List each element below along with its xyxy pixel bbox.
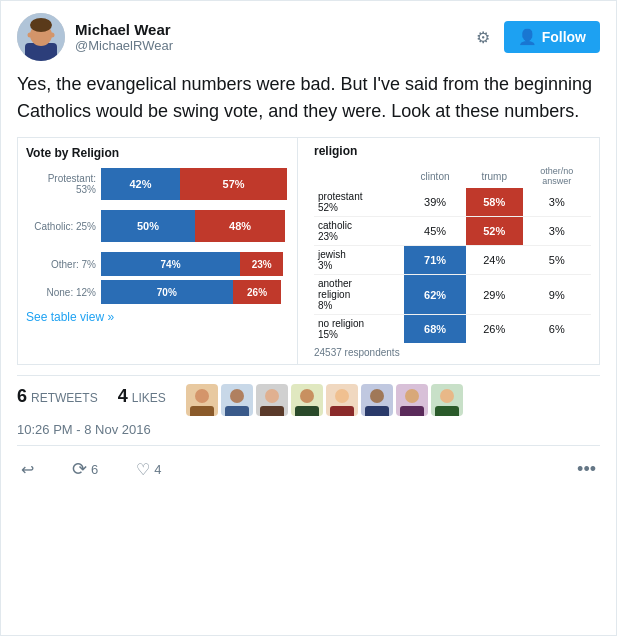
bar-label-catholic: Catholic: 25% <box>26 221 101 232</box>
cell-other: 3% <box>523 188 591 217</box>
mini-avatar[interactable] <box>256 384 288 416</box>
bar-chart-title: Vote by Religion <box>26 146 289 160</box>
bar-segments-none: 70% 26% <box>101 280 289 304</box>
follow-label: Follow <box>542 29 586 45</box>
bar-segments-other: 74% 23% <box>101 252 289 276</box>
bar-row-other: Other: 7% 74% 23% <box>26 252 289 276</box>
cell-trump: 24% <box>466 246 523 275</box>
bar-row-catholic: Catholic: 25% 50% 48% <box>26 210 289 242</box>
cell-trump-highlight: 58% <box>466 188 523 217</box>
bar-red-none: 26% <box>233 280 282 304</box>
bar-red-other: 23% <box>240 252 283 276</box>
col-header-religion <box>314 164 404 188</box>
bar-chart-container: Vote by Religion Protestant: 53% 42% 57%… <box>18 138 298 364</box>
like-action-count: 4 <box>154 462 161 477</box>
table-header-row: clinton trump other/noanswer <box>314 164 591 188</box>
mini-avatar[interactable] <box>361 384 393 416</box>
bar-row-protestant: Protestant: 53% 42% 57% <box>26 168 289 200</box>
retweet-icon: ⟳ <box>72 458 87 480</box>
svg-point-12 <box>300 389 314 403</box>
table-chart-container: religion clinton trump other/noanswer pr… <box>306 138 599 364</box>
avatars-row <box>186 384 463 416</box>
mini-avatar[interactable] <box>221 384 253 416</box>
svg-point-16 <box>370 389 384 403</box>
svg-point-5 <box>50 33 55 38</box>
cell-other: 3% <box>523 217 591 246</box>
svg-rect-13 <box>295 406 319 416</box>
svg-rect-17 <box>365 406 389 416</box>
cell-trump: 26% <box>466 315 523 344</box>
see-table-link[interactable]: See table view » <box>26 310 114 324</box>
table-row: anotherreligion8% 62% 29% 9% <box>314 275 591 315</box>
retweet-action-count: 6 <box>91 462 98 477</box>
tweet-footer: 6 RETWEETS 4 LIKES <box>17 375 600 492</box>
tweet-header: Michael Wear @MichaelRWear ⚙ 👤 Follow <box>17 13 600 61</box>
user-name[interactable]: Michael Wear <box>75 21 173 38</box>
cell-other: 6% <box>523 315 591 344</box>
bar-label: Protestant: 53% <box>26 173 101 195</box>
gear-button[interactable]: ⚙ <box>472 24 494 51</box>
table-chart-title: religion <box>314 144 591 158</box>
col-header-other: other/noanswer <box>523 164 591 188</box>
row-label: anotherreligion8% <box>314 275 404 315</box>
action-row: ↩ ⟳ 6 ♡ 4 ••• <box>17 445 600 492</box>
charts-row: Vote by Religion Protestant: 53% 42% 57%… <box>17 137 600 365</box>
reply-button[interactable]: ↩ <box>17 456 38 483</box>
svg-rect-21 <box>435 406 459 416</box>
table-row: protestant52% 39% 58% 3% <box>314 188 591 217</box>
bar-red-protestant: 57% <box>180 168 287 200</box>
mini-avatar[interactable] <box>326 384 358 416</box>
avatar[interactable] <box>17 13 65 61</box>
table-row: no religion15% 68% 26% 6% <box>314 315 591 344</box>
like-button[interactable]: ♡ 4 <box>132 456 165 483</box>
bar-segments-catholic: 50% 48% <box>101 210 289 242</box>
row-label: jewish3% <box>314 246 404 275</box>
svg-point-4 <box>28 33 33 38</box>
svg-point-20 <box>440 389 454 403</box>
table-row: jewish3% 71% 24% 5% <box>314 246 591 275</box>
user-handle[interactable]: @MichaelRWear <box>75 38 173 53</box>
data-table: clinton trump other/noanswer protestant5… <box>314 164 591 343</box>
more-button[interactable]: ••• <box>573 455 600 484</box>
svg-point-8 <box>230 389 244 403</box>
svg-rect-19 <box>400 406 424 416</box>
cell-clinton: 39% <box>404 188 466 217</box>
svg-rect-15 <box>330 406 354 416</box>
bar-label-none: None: 12% <box>26 287 101 298</box>
person-add-icon: 👤 <box>518 28 537 46</box>
user-details: Michael Wear @MichaelRWear <box>75 21 173 53</box>
bar-blue-catholic: 50% <box>101 210 195 242</box>
retweets-stat: 6 RETWEETS <box>17 386 98 407</box>
bar-blue-other: 74% <box>101 252 240 276</box>
row-label: no religion15% <box>314 315 404 344</box>
mini-avatar[interactable] <box>291 384 323 416</box>
svg-point-14 <box>335 389 349 403</box>
svg-point-6 <box>195 389 209 403</box>
respondents: 24537 respondents <box>314 347 591 358</box>
cell-other: 5% <box>523 246 591 275</box>
cell-clinton-highlight: 71% <box>404 246 466 275</box>
bar-label-other: Other: 7% <box>26 259 101 270</box>
row-label: catholic23% <box>314 217 404 246</box>
mini-avatar[interactable] <box>431 384 463 416</box>
retweets-label: RETWEETS <box>31 391 98 405</box>
cell-trump-highlight: 52% <box>466 217 523 246</box>
bar-row-none: None: 12% 70% 26% <box>26 280 289 304</box>
retweet-button[interactable]: ⟳ 6 <box>68 454 102 484</box>
table-row: catholic23% 45% 52% 3% <box>314 217 591 246</box>
mini-avatar[interactable] <box>396 384 428 416</box>
cell-clinton: 45% <box>404 217 466 246</box>
retweet-count: 6 <box>17 386 27 407</box>
likes-count: 4 <box>118 386 128 407</box>
mini-avatar[interactable] <box>186 384 218 416</box>
bar-segments: 42% 57% <box>101 168 289 200</box>
svg-point-18 <box>405 389 419 403</box>
svg-point-10 <box>265 389 279 403</box>
svg-rect-7 <box>190 406 214 416</box>
cell-trump: 29% <box>466 275 523 315</box>
follow-button[interactable]: 👤 Follow <box>504 21 600 53</box>
col-header-trump: trump <box>466 164 523 188</box>
bar-blue-none: 70% <box>101 280 233 304</box>
header-actions: ⚙ 👤 Follow <box>472 21 600 53</box>
cell-clinton-highlight: 62% <box>404 275 466 315</box>
